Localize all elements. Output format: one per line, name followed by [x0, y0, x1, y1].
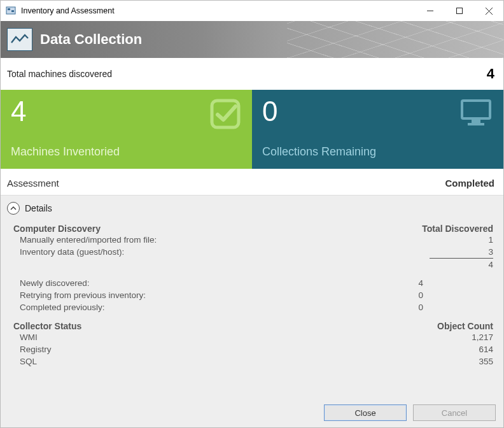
discovery-total-label: Total Discovered	[422, 224, 493, 234]
discovery-extra-row: Completed previously: 0	[13, 301, 493, 313]
collector-row-key: WMI	[20, 332, 430, 342]
collector-title: Collector Status	[13, 321, 81, 331]
close-button[interactable]: Close	[324, 404, 407, 421]
discovery-extra-row: Newly discovered: 4	[13, 277, 493, 289]
svg-rect-8	[462, 101, 490, 118]
extra-row-key: Completed previously:	[20, 303, 391, 312]
discovery-row-key: Inventory data (guest/host):	[20, 247, 430, 257]
titlebar: Inventory and Assessment	[1, 1, 503, 21]
monitor-icon	[460, 99, 492, 129]
discovery-row: Inventory data (guest/host): 3	[13, 246, 493, 258]
svg-rect-1	[8, 8, 10, 10]
banner-title: Data Collection	[40, 31, 142, 48]
discovery-total: 4	[430, 260, 493, 269]
svg-rect-9	[472, 120, 480, 123]
collapse-toggle[interactable]	[7, 202, 20, 215]
decorative-mesh	[287, 21, 503, 58]
discovery-row: Manually entered/imported from file: 1	[13, 234, 493, 246]
window-title: Inventory and Assessment	[21, 6, 416, 15]
tile-right-value: 0	[262, 97, 493, 125]
tile-left-caption: Machines Inventoried	[11, 145, 242, 159]
extra-row-val: 4	[391, 278, 430, 288]
collector-row-key: SQL	[20, 357, 430, 366]
summary-row: Total machines discovered 4	[1, 58, 503, 90]
app-icon	[6, 6, 16, 16]
summary-value: 4	[487, 66, 494, 82]
tiles: 4 Machines Inventoried 0 Collections Rem…	[1, 90, 503, 169]
collector-row: SQL 355	[13, 355, 493, 367]
banner: Data Collection	[1, 21, 503, 58]
tile-collections-remaining: 0 Collections Remaining	[252, 90, 503, 169]
assessment-strip: Assessment Completed	[1, 169, 503, 195]
collector-row-val: 1,217	[430, 332, 493, 342]
checkbox-checked-icon	[210, 99, 241, 131]
collector-row: WMI 1,217	[13, 331, 493, 343]
details-header-label: Details	[25, 203, 52, 213]
discovery-title: Computer Discovery	[13, 224, 101, 234]
close-window-button[interactable]	[474, 1, 503, 21]
tile-machines-inventoried: 4 Machines Inventoried	[1, 90, 252, 169]
discovery-row-val: 1	[430, 235, 493, 245]
tile-left-value: 4	[11, 97, 242, 125]
discovery-extra-row: Retrying from previous inventory: 0	[13, 289, 493, 301]
assessment-status: Completed	[445, 178, 494, 189]
summary-label: Total machines discovered	[7, 69, 112, 79]
discovery-row-val: 3	[430, 247, 493, 257]
cancel-button: Cancel	[413, 404, 496, 421]
extra-row-val: 0	[391, 290, 430, 300]
assessment-label: Assessment	[7, 178, 59, 189]
collector-row-val: 614	[430, 345, 493, 354]
tile-right-caption: Collections Remaining	[262, 145, 493, 159]
extra-row-key: Newly discovered:	[20, 278, 391, 288]
collector-row-val: 355	[430, 357, 493, 366]
discovery-row-key: Manually entered/imported from file:	[20, 235, 430, 245]
svg-rect-2	[11, 10, 14, 12]
collector-count-label: Object Count	[437, 321, 493, 331]
collector-row-key: Registry	[20, 345, 430, 354]
extra-row-key: Retrying from previous inventory:	[20, 290, 391, 300]
minimize-button[interactable]	[416, 1, 445, 21]
button-row: Close Cancel	[1, 399, 503, 427]
chevron-up-icon	[10, 205, 17, 211]
details-area: Details Computer Discovery Total Discove…	[1, 195, 503, 399]
svg-rect-10	[468, 123, 484, 125]
svg-rect-4	[457, 8, 463, 14]
maximize-button[interactable]	[445, 1, 474, 21]
collector-row: Registry 614	[13, 343, 493, 355]
chart-line-icon	[7, 28, 32, 51]
extra-row-val: 0	[391, 303, 430, 312]
